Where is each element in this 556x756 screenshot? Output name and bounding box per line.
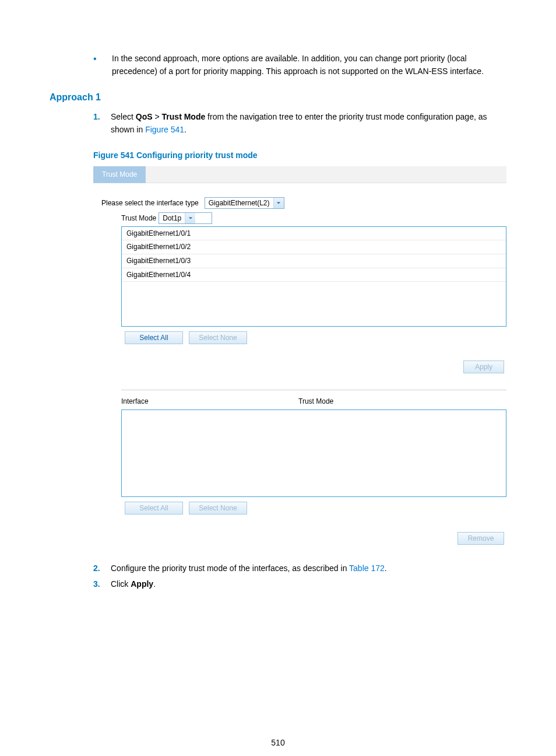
step-body: Click Apply. (111, 578, 506, 591)
step-text: . (385, 564, 387, 573)
table-link[interactable]: Table 172 (349, 564, 385, 573)
chevron-down-icon (185, 213, 195, 223)
trustmode-bold: Trust Mode (162, 112, 206, 121)
select-none-button-2[interactable]: Select None (189, 502, 247, 514)
list-item[interactable]: GigabitEthernet1/0/3 (122, 254, 506, 268)
list-item[interactable]: GigabitEthernet1/0/2 (122, 240, 506, 254)
select-none-button[interactable]: Select None (189, 331, 247, 344)
list-item[interactable]: GigabitEthernet1/0/4 (122, 268, 506, 282)
select-value: Dot1p (159, 213, 185, 224)
select-all-button-2[interactable]: Select All (125, 502, 183, 514)
steps-list: 1. Select QoS > Trust Mode from the navi… (93, 111, 506, 136)
step-body: Select QoS > Trust Mode from the navigat… (111, 111, 506, 136)
step-text: Click (111, 579, 131, 589)
remove-button[interactable]: Remove (458, 532, 504, 545)
step-number: 2. (93, 562, 111, 575)
results-table: Interface Trust Mode (121, 396, 506, 497)
interface-listbox[interactable]: GigabitEthernet1/0/1 GigabitEthernet1/0/… (121, 226, 506, 327)
remove-row: Remove (93, 532, 504, 545)
figure-caption: Figure 541 Configuring priority trust mo… (93, 149, 506, 162)
step-body: Configure the priority trust mode of the… (111, 562, 506, 575)
trust-mode-select[interactable]: Dot1p (159, 212, 212, 224)
interface-type-row: Please select the interface type Gigabit… (101, 197, 506, 209)
step-number: 3. (93, 578, 111, 591)
bullet-marker-icon: • (93, 52, 112, 78)
figure-541: Trust Mode Please select the interface t… (93, 166, 506, 545)
interface-type-label: Please select the interface type (101, 198, 199, 209)
step-number: 1. (93, 111, 111, 136)
tab-spacer (146, 166, 506, 183)
select-all-button[interactable]: Select All (125, 331, 183, 344)
interface-type-select[interactable]: GigabitEthernet(L2) (205, 197, 284, 209)
tab-row: Trust Mode (93, 166, 506, 183)
col-trustmode: Trust Mode (298, 396, 506, 410)
col-interface: Interface (121, 396, 298, 410)
step-3: 3. Click Apply. (93, 578, 506, 591)
trust-mode-row: Trust Mode Dot1p (121, 212, 506, 224)
page-number: 510 (50, 737, 506, 750)
heading-approach1: Approach 1 (50, 90, 506, 105)
list-spacer (122, 282, 506, 326)
step-text: Select (111, 112, 136, 121)
figure-link[interactable]: Figure 541 (145, 125, 184, 134)
table-body[interactable] (121, 410, 506, 497)
select-value: GigabitEthernet(L2) (205, 198, 273, 209)
step-text: . (184, 125, 186, 134)
select-buttons-row: Select All Select None (125, 331, 506, 344)
step-2: 2. Configure the priority trust mode of … (93, 562, 506, 575)
apply-row: Apply (93, 360, 504, 373)
bullet-text: In the second approach, more options are… (112, 52, 506, 78)
steps-list-cont: 2. Configure the priority trust mode of … (93, 562, 506, 591)
step-text: > (153, 112, 162, 121)
tab-trust-mode[interactable]: Trust Mode (93, 166, 146, 183)
step-text: Configure the priority trust mode of the… (111, 564, 349, 573)
select-buttons-row-2: Select All Select None (125, 502, 506, 514)
qos-bold: QoS (136, 112, 153, 121)
table-header: Interface Trust Mode (121, 396, 506, 410)
chevron-down-icon (273, 198, 284, 208)
apply-bold: Apply (131, 579, 153, 589)
step-1: 1. Select QoS > Trust Mode from the navi… (93, 111, 506, 136)
step-text: . (153, 579, 156, 589)
divider (121, 390, 506, 390)
list-item[interactable]: GigabitEthernet1/0/1 (122, 227, 506, 241)
apply-button[interactable]: Apply (463, 360, 504, 373)
bullet-list: • In the second approach, more options a… (93, 52, 506, 78)
trust-mode-label: Trust Mode (121, 213, 156, 224)
bullet-item: • In the second approach, more options a… (93, 52, 506, 78)
